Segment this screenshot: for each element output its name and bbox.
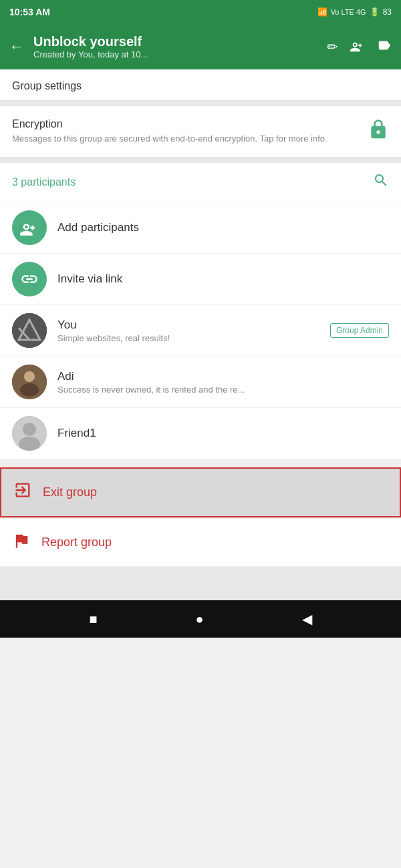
label-icon[interactable] (377, 38, 392, 56)
member-friend1-item[interactable]: Friend1 (0, 408, 401, 459)
bottom-nav: ■ ● ◀ (0, 600, 401, 638)
member-friend1-content: Friend1 (57, 427, 389, 440)
header-actions: ✏ (327, 38, 392, 56)
svg-point-8 (19, 437, 40, 451)
add-participants-avatar (12, 210, 47, 245)
member-you-content: You Simple websites, real results! (57, 318, 319, 343)
svg-point-5 (20, 383, 39, 397)
member-adi-avatar (12, 365, 47, 399)
add-participants-content: Add participants (57, 221, 389, 234)
search-icon[interactable] (373, 172, 389, 192)
battery-level: 83 (383, 7, 392, 17)
member-you-name: You (57, 318, 319, 332)
group-name-title: Unblock yourself (33, 34, 317, 49)
add-participant-icon[interactable] (350, 38, 365, 56)
invite-link-item[interactable]: Invite via link (0, 254, 401, 305)
lock-icon (368, 119, 389, 145)
invite-link-avatar (12, 262, 47, 296)
nav-square-button[interactable]: ■ (89, 612, 97, 627)
nav-home-button[interactable]: ● (196, 612, 204, 627)
member-adi-name: Adi (57, 370, 389, 383)
group-subtitle: Created by You, today at 10... (33, 49, 317, 59)
bottom-spacer (0, 567, 401, 600)
member-adi-content: Adi Success is never owned, it is rented… (57, 370, 389, 395)
edit-icon[interactable]: ✏ (327, 39, 338, 55)
status-icons: 📶 Vo LTE 4G 🔋 83 (317, 7, 392, 17)
member-friend1-avatar (12, 416, 47, 451)
group-settings-section: Group settings (0, 69, 401, 101)
group-settings-title: Group settings (12, 80, 82, 91)
invite-link-label: Invite via link (57, 272, 389, 286)
status-bar: 10:53 AM 📶 Vo LTE 4G 🔋 83 (0, 0, 401, 24)
group-admin-badge: Group Admin (330, 323, 389, 338)
header-title-area: Unblock yourself Created by You, today a… (33, 34, 317, 59)
add-participants-item[interactable]: Add participants (0, 202, 401, 254)
member-adi-sub: Success is never owned, it is rented and… (57, 385, 389, 395)
header: ← Unblock yourself Created by You, today… (0, 24, 401, 69)
nav-back-button[interactable]: ◀ (302, 611, 312, 627)
back-button[interactable]: ← (9, 38, 24, 55)
member-you-sub: Simple websites, real results! (57, 333, 319, 343)
report-group-label: Report group (41, 535, 112, 550)
signal-icon: Vo LTE 4G (331, 8, 366, 16)
status-time: 10:53 AM (9, 7, 50, 17)
exit-group-label: Exit group (43, 485, 97, 499)
participants-count: 3 participants (12, 176, 76, 188)
encryption-desc: Messages to this group are secured with … (12, 133, 360, 145)
report-icon (12, 531, 31, 554)
divider-1 (0, 101, 401, 106)
member-adi-item[interactable]: Adi Success is never owned, it is rented… (0, 357, 401, 408)
member-you-item[interactable]: You Simple websites, real results! Group… (0, 305, 401, 357)
member-friend1-name: Friend1 (57, 427, 389, 440)
participants-header: 3 participants (0, 163, 401, 202)
encryption-section[interactable]: Encryption Messages to this group are se… (0, 106, 401, 158)
member-you-avatar (12, 313, 47, 348)
battery-icon: 🔋 (370, 7, 380, 17)
svg-point-4 (24, 371, 35, 382)
encryption-text: Encryption Messages to this group are se… (12, 118, 360, 145)
svg-point-7 (23, 423, 36, 436)
add-participants-label: Add participants (57, 221, 389, 234)
invite-link-content: Invite via link (57, 272, 389, 286)
exit-icon (13, 481, 32, 504)
exit-group-item[interactable]: Exit group (0, 467, 401, 517)
report-group-item[interactable]: Report group (0, 519, 401, 567)
wifi-icon: 📶 (317, 7, 327, 17)
divider-2 (0, 158, 401, 163)
encryption-title: Encryption (12, 118, 360, 130)
